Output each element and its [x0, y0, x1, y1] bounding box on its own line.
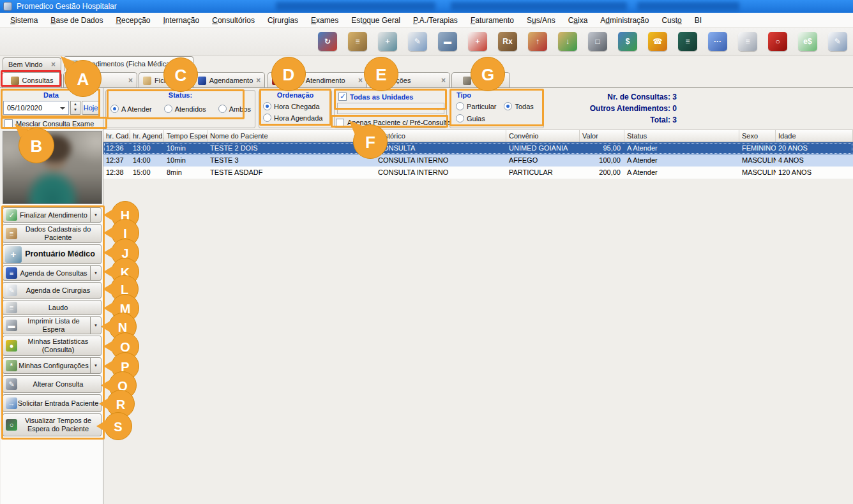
doctor-icon[interactable]: + [378, 32, 397, 51]
col-header-convênio[interactable]: Convênio [506, 130, 580, 142]
today-button[interactable]: Hoje [82, 101, 100, 115]
sidebar-button-laudo[interactable]: ≡Laudo [3, 300, 102, 315]
dropdown-arrow-icon[interactable]: ▼ [90, 266, 101, 280]
close-icon[interactable]: × [358, 77, 363, 84]
tab-fichário[interactable]: Fichário× [139, 72, 192, 88]
table-row[interactable]: 12:3815:008minTESTE ASDADFCONSULTA INTER… [103, 167, 853, 179]
close-icon[interactable]: × [128, 77, 133, 84]
menu-faturamento[interactable]: Faturamento [464, 13, 520, 28]
radio-a-atender[interactable]: A Atender [110, 105, 152, 113]
tab-internações[interactable]: Internações× [370, 72, 450, 88]
radio-todas[interactable]: Todas [504, 102, 533, 110]
radio-particular[interactable]: Particular [456, 102, 496, 110]
radio-hora-agendada[interactable]: Hora Agendada [263, 114, 322, 122]
sidebar-button-agenda-de-cirurgias[interactable]: ✎Agenda de Cirurgias [3, 282, 102, 299]
menu-base-de-dados[interactable]: Base de Dados [44, 13, 109, 28]
annotation-badge-m: M [111, 294, 139, 322]
ledger-book-icon[interactable]: ≡ [678, 32, 697, 51]
sidebar-button-alterar-consulta[interactable]: ✎Alterar Consulta [3, 375, 102, 393]
menu-internação[interactable]: Internação [156, 13, 206, 28]
col-header-tempo-espera[interactable]: Tempo Espera [164, 130, 208, 142]
chevron-down-icon[interactable] [435, 108, 441, 110]
sidebar-button-minhas-configurações[interactable]: *Minhas Configurações▼ [3, 357, 102, 374]
sidebar-button-solicitar-entrada-paciente[interactable]: →Solicitar Entrada Paciente [3, 394, 102, 412]
finance-chart-icon[interactable]: $ [618, 32, 637, 51]
menu-p-a-terapias[interactable]: P.A./Terapias [407, 13, 464, 28]
tab-bem-vindo[interactable]: Bem Vindo× [3, 57, 61, 71]
checkbox-icon[interactable] [4, 119, 13, 128]
menu-sistema[interactable]: Sistema [4, 13, 44, 28]
menu-caixa[interactable]: Caixa [562, 13, 594, 28]
col-header-hr-agend[interactable]: hr. Agend. [130, 130, 164, 142]
col-header-idade[interactable]: Idade [776, 130, 853, 142]
user-sync-icon[interactable]: ↻ [318, 32, 337, 51]
sidebar-button-imprimir-lista-de-espera[interactable]: ▬Imprimir Lista de Espera▼ [3, 316, 102, 334]
col-header-nome-do-paciente[interactable]: Nome do Paciente [208, 130, 375, 142]
col-header-status[interactable]: Status [624, 130, 739, 142]
close-icon[interactable]: × [51, 61, 56, 68]
revenue-down-icon[interactable]: ↓ [558, 32, 577, 51]
radio-ambos[interactable]: Ambos [218, 105, 251, 113]
phone-directory-icon[interactable]: ☎ [648, 32, 667, 51]
e-invoice-icon[interactable]: e$ [798, 32, 817, 51]
radio-hora-chegada[interactable]: Hora Chegada [263, 102, 322, 110]
checkbox-icon[interactable] [336, 119, 344, 127]
power-icon[interactable]: ○ [768, 32, 787, 51]
col-header-valor[interactable]: Valor [580, 130, 624, 142]
tab-plantão[interactable]: Plantão [451, 72, 510, 88]
tab-atendimentos-ficha-médica[interactable]: Atendimentos (Ficha Médica)× [64, 56, 193, 71]
sidebar-button-agenda-de-consultas[interactable]: ≡Agenda de Consultas▼ [3, 265, 102, 281]
date-input[interactable]: 05/10/2020 [3, 101, 69, 115]
contacts-folder-icon[interactable]: ≡ [348, 32, 367, 51]
sidebar-button-visualizar-tempos-de-espera-do-paciente[interactable]: ○Visualizar Tempos de Espera do Paciente [3, 413, 102, 436]
col-header-sexo[interactable]: Sexo [739, 130, 776, 142]
sidebar-button-dados-cadastrais-do-paciente[interactable]: ≡Dados Cadastrais do Paciente [3, 224, 102, 243]
pre-consult-checkbox[interactable]: Apenas Paciente c/ Pré-Consulta [335, 117, 452, 128]
checkbox-icon[interactable] [338, 93, 347, 101]
menu-custo[interactable]: Custo [655, 13, 688, 28]
dropdown-arrow-icon[interactable]: ▼ [90, 317, 101, 334]
sidebar-button-finalizar-atendimento[interactable]: ✓Finalizar Atendimento▼ [3, 207, 102, 223]
menu-bi[interactable]: BI [688, 13, 708, 28]
menu-consultórios[interactable]: Consultórios [206, 13, 261, 28]
merge-exam-checkbox[interactable]: Mesclar Consulta Exame [4, 119, 94, 128]
unit-dropdown[interactable] [337, 103, 444, 114]
tab-pronto-atendimento[interactable]: Pronto Atendimento× [268, 72, 367, 88]
sign-document-icon[interactable]: ✎ [828, 32, 847, 51]
menu-recepção[interactable]: Recepção [109, 13, 156, 28]
menu-cirurgias[interactable]: Cirurgias [261, 13, 305, 28]
menu-exames[interactable]: Exames [305, 13, 345, 28]
tab-consultas[interactable]: Consultas [2, 72, 62, 88]
chat-icon[interactable]: ··· [708, 32, 727, 51]
chevron-down-icon[interactable] [60, 107, 65, 110]
pharmacy-icon[interactable]: Rx [498, 32, 517, 51]
menu-sus-ans[interactable]: Sus/Ans [520, 13, 562, 28]
revenue-up-icon[interactable]: ↑ [528, 32, 547, 51]
radio-guias[interactable]: Guias [456, 114, 485, 122]
dropdown-arrow-icon[interactable]: ▼ [90, 358, 101, 373]
prescription-icon[interactable]: ✎ [408, 32, 427, 51]
hospital-bed-icon[interactable]: ▬ [438, 32, 457, 51]
menu-administração[interactable]: Administração [594, 13, 655, 28]
tab-agendamento[interactable]: Agendamento× [193, 72, 265, 88]
tab-exames[interactable]: Exames× [63, 72, 137, 88]
date-stepper[interactable]: ▲▼ [70, 101, 80, 115]
sidebar-button-prontuário-médico[interactable]: +Prontuário Médico [3, 244, 102, 264]
ambulance-icon[interactable]: + [468, 32, 487, 51]
close-icon[interactable]: × [256, 77, 260, 84]
table-row[interactable]: 12:3613:0010minTESTE 2 DOISCONSULTAUNIME… [103, 142, 853, 154]
close-icon[interactable]: × [183, 61, 188, 68]
table-row[interactable]: 12:3714:0010minTESTE 3CONSULTA INTERNOAF… [103, 154, 853, 167]
radio-atendidos[interactable]: Atendidos [164, 105, 206, 113]
col-header-hr-cad[interactable]: hr. Cad. [103, 130, 130, 142]
sidebar-button-minhas-estatísticas-consulta[interactable]: ●Minhas Estatísticas (Consulta) [3, 336, 102, 356]
close-icon[interactable]: × [441, 77, 446, 84]
close-icon[interactable]: × [183, 77, 188, 84]
all-units-checkbox[interactable]: Todas as Unidades [338, 93, 413, 101]
invoice-icon[interactable]: ≡ [738, 32, 757, 51]
col-header-histórico[interactable]: Histórico [375, 130, 506, 142]
menu-estoque-geral[interactable]: Estoque Geral [345, 13, 407, 28]
dropdown-arrow-icon[interactable]: ▼ [90, 208, 101, 222]
cell-sexo: MASCULINO [739, 167, 776, 179]
safe-icon[interactable]: □ [588, 32, 607, 51]
